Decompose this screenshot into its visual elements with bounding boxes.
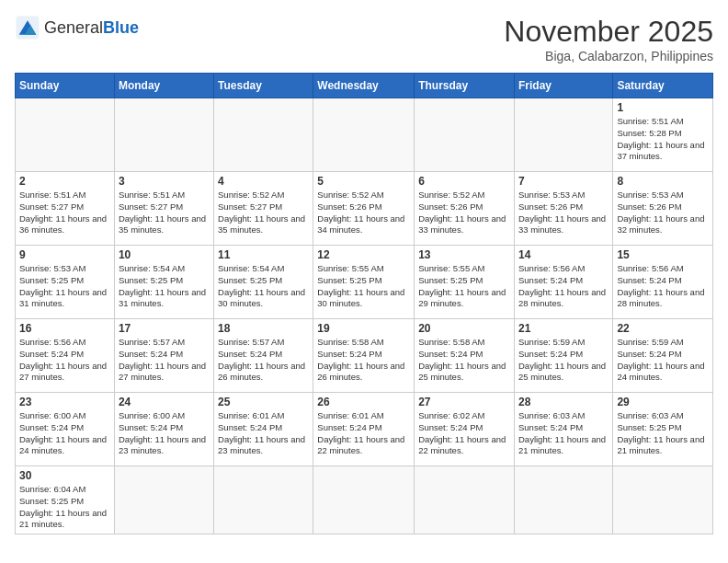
sunrise-1: 5:51 AM (652, 116, 684, 126)
header-saturday: Saturday (613, 74, 713, 98)
day-15: 15 Sunrise: 5:56 AMSunset: 5:24 PMDaylig… (613, 246, 713, 319)
day-12: 12 Sunrise: 5:55 AMSunset: 5:25 PMDaylig… (313, 246, 415, 319)
day-13: 13 Sunrise: 5:55 AMSunset: 5:25 PMDaylig… (415, 246, 515, 319)
sunrise-label: Sunrise: (617, 116, 649, 126)
day-30: 30 Sunrise: 6:04 AMSunset: 5:25 PMDaylig… (16, 466, 115, 534)
header-friday: Friday (514, 74, 612, 98)
day-25: 25 Sunrise: 6:01 AMSunset: 5:24 PMDaylig… (214, 393, 313, 466)
empty-cell (514, 466, 612, 534)
logo-general: General (44, 18, 103, 37)
day-7: 7 Sunrise: 5:53 AMSunset: 5:26 PMDayligh… (514, 172, 612, 246)
header: GeneralBlue November 2025 Biga, Calabarz… (15, 15, 713, 63)
day-9: 9 Sunrise: 5:53 AMSunset: 5:25 PMDayligh… (16, 246, 115, 319)
empty-cell (613, 466, 713, 534)
header-thursday: Thursday (415, 74, 515, 98)
header-monday: Monday (114, 74, 213, 98)
calendar-row-2: 2 Sunrise: 5:51 AM Sunset: 5:27 PM Dayli… (16, 172, 713, 246)
calendar-row-5: 23 Sunrise: 6:00 AMSunset: 5:24 PMDaylig… (16, 393, 713, 466)
logo: GeneralBlue (15, 15, 139, 40)
empty-cell (214, 466, 313, 534)
day-info-2: Sunrise: 5:51 AM Sunset: 5:27 PM Dayligh… (19, 190, 110, 236)
day-23: 23 Sunrise: 6:00 AMSunset: 5:24 PMDaylig… (16, 393, 115, 466)
day-29: 29 Sunrise: 6:03 AMSunset: 5:25 PMDaylig… (613, 393, 713, 466)
calendar-row-3: 9 Sunrise: 5:53 AMSunset: 5:25 PMDayligh… (16, 246, 713, 319)
day-info-1: Sunrise: 5:51 AM Sunset: 5:28 PM Dayligh… (617, 116, 709, 163)
day-1: 1 Sunrise: 5:51 AM Sunset: 5:28 PM Dayli… (613, 98, 713, 172)
empty-cell (313, 98, 415, 172)
calendar-table: Sunday Monday Tuesday Wednesday Thursday… (15, 73, 713, 534)
day-14: 14 Sunrise: 5:56 AMSunset: 5:24 PMDaylig… (514, 246, 612, 319)
empty-cell (415, 98, 515, 172)
day-8: 8 Sunrise: 5:53 AMSunset: 5:26 PMDayligh… (613, 172, 713, 246)
day-16: 16 Sunrise: 5:56 AMSunset: 5:24 PMDaylig… (16, 319, 115, 393)
day-17: 17 Sunrise: 5:57 AMSunset: 5:24 PMDaylig… (114, 319, 213, 393)
weekday-header-row: Sunday Monday Tuesday Wednesday Thursday… (16, 74, 713, 98)
day-22: 22 Sunrise: 5:59 AMSunset: 5:24 PMDaylig… (613, 319, 713, 393)
empty-cell (214, 98, 313, 172)
calendar-row-4: 16 Sunrise: 5:56 AMSunset: 5:24 PMDaylig… (16, 319, 713, 393)
empty-cell (114, 466, 213, 534)
empty-cell (114, 98, 213, 172)
day-27: 27 Sunrise: 6:02 AMSunset: 5:24 PMDaylig… (415, 393, 515, 466)
month-title: November 2025 (504, 15, 713, 49)
day-18: 18 Sunrise: 5:57 AMSunset: 5:24 PMDaylig… (214, 319, 313, 393)
day-10: 10 Sunrise: 5:54 AMSunset: 5:25 PMDaylig… (114, 246, 213, 319)
day-number-1: 1 (617, 101, 709, 114)
daylight-label: Daylight: (617, 140, 651, 150)
sunset-1: 5:28 PM (649, 128, 681, 138)
day-24: 24 Sunrise: 6:00 AMSunset: 5:24 PMDaylig… (114, 393, 213, 466)
header-sunday: Sunday (16, 74, 115, 98)
day-28: 28 Sunrise: 6:03 AMSunset: 5:24 PMDaylig… (514, 393, 612, 466)
logo-icon (15, 15, 40, 40)
empty-cell (415, 466, 515, 534)
header-tuesday: Tuesday (214, 74, 313, 98)
day-26: 26 Sunrise: 6:01 AMSunset: 5:24 PMDaylig… (313, 393, 415, 466)
day-19: 19 Sunrise: 5:58 AMSunset: 5:24 PMDaylig… (313, 319, 415, 393)
logo-text: GeneralBlue (44, 18, 139, 38)
day-6: 6 Sunrise: 5:52 AMSunset: 5:26 PMDayligh… (415, 172, 515, 246)
day-20: 20 Sunrise: 5:58 AMSunset: 5:24 PMDaylig… (415, 319, 515, 393)
logo-blue: Blue (103, 18, 139, 37)
day-3: 3 Sunrise: 5:51 AMSunset: 5:27 PMDayligh… (114, 172, 213, 246)
day-number-2: 2 (19, 175, 110, 188)
day-21: 21 Sunrise: 5:59 AMSunset: 5:24 PMDaylig… (514, 319, 612, 393)
empty-cell (313, 466, 415, 534)
title-area: November 2025 Biga, Calabarzon, Philippi… (504, 15, 713, 63)
day-2: 2 Sunrise: 5:51 AM Sunset: 5:27 PM Dayli… (16, 172, 115, 246)
empty-cell (514, 98, 612, 172)
sunset-label: Sunset: (617, 128, 646, 138)
day-5: 5 Sunrise: 5:52 AMSunset: 5:26 PMDayligh… (313, 172, 415, 246)
day-4: 4 Sunrise: 5:52 AMSunset: 5:27 PMDayligh… (214, 172, 313, 246)
header-wednesday: Wednesday (313, 74, 415, 98)
day-11: 11 Sunrise: 5:54 AMSunset: 5:25 PMDaylig… (214, 246, 313, 319)
calendar-row-6: 30 Sunrise: 6:04 AMSunset: 5:25 PMDaylig… (16, 466, 713, 534)
empty-cell (16, 98, 115, 172)
calendar-row-1: 1 Sunrise: 5:51 AM Sunset: 5:28 PM Dayli… (16, 98, 713, 172)
location-title: Biga, Calabarzon, Philippines (504, 49, 713, 63)
